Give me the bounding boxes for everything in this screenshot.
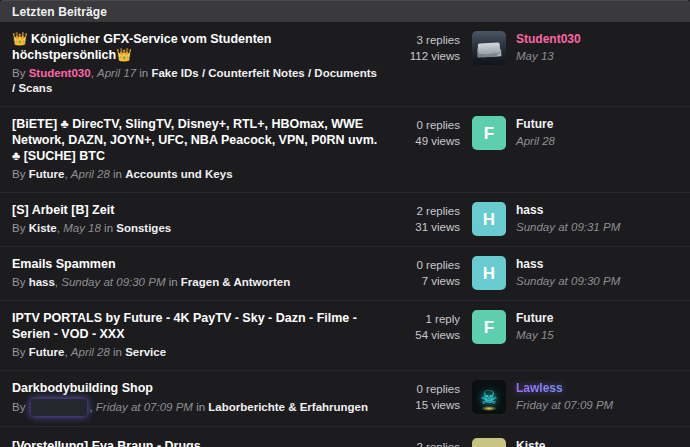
last-poster: H hass Sunday at 09:31 PM xyxy=(472,202,678,236)
last-post-date-link[interactable]: Sunday at 09:30 PM xyxy=(516,274,620,289)
post-stats: 1 reply 54 views xyxy=(388,310,460,343)
cash-photo-avatar[interactable] xyxy=(472,31,506,65)
last-post-date-link[interactable]: May 15 xyxy=(516,328,554,343)
post-main: IPTV PORTALS by Future - 4K PayTV - Sky … xyxy=(12,310,388,360)
post-row: 👑 Königlicher GFX-Service vom Studenten … xyxy=(0,22,690,107)
post-title-link[interactable]: [Vorstellung] Eva Braun - Drugs xyxy=(12,438,378,447)
avatar[interactable]: H xyxy=(472,256,506,290)
last-poster: K Kiste Thursday at 12:22 AM xyxy=(472,438,678,447)
last-poster-name-link[interactable]: Future xyxy=(516,117,555,132)
byline-date-link[interactable]: April 17 xyxy=(97,67,136,79)
last-poster-name-link[interactable]: hass xyxy=(516,203,620,218)
widget-header: Letzten Beiträge xyxy=(0,0,690,22)
latest-posts-widget: Letzten Beiträge 👑 Königlicher GFX-Servi… xyxy=(0,0,690,447)
replies-count: 3 replies xyxy=(388,32,460,48)
last-poster-text: Kiste Thursday at 12:22 AM xyxy=(516,438,629,447)
last-poster-name-link[interactable]: Student030 xyxy=(516,32,581,47)
byline-in-label: in xyxy=(169,276,178,288)
byline-forum-link[interactable]: Fragen & Antworten xyxy=(181,276,290,288)
post-title-link[interactable]: Darkbodybuilding Shop xyxy=(12,380,378,396)
last-poster: Lawless Friday at 07:09 PM xyxy=(472,380,678,414)
byline-author-link[interactable]: hass xyxy=(29,276,55,288)
last-poster-text: hass Sunday at 09:30 PM xyxy=(516,256,620,289)
last-poster-text: Future April 28 xyxy=(516,116,555,149)
byline-forum-link[interactable]: Service xyxy=(125,346,166,358)
post-stats: 0 replies 15 views xyxy=(388,380,460,413)
post-row: IPTV PORTALS by Future - 4K PayTV - Sky … xyxy=(0,301,690,371)
post-row: Emails Spammen By hass, Sunday at 09:30 … xyxy=(0,247,690,301)
byline-author-link[interactable]: Student030 xyxy=(29,67,91,79)
views-count: 112 views xyxy=(388,48,460,64)
byline-author-link[interactable]: Kiste xyxy=(29,222,57,234)
post-stats: 0 replies 49 views xyxy=(388,116,460,149)
post-main: [Vorstellung] Eva Braun - Drugs By EvaBr… xyxy=(12,438,388,447)
post-row: Darkbodybuilding Shop By Lawless, Friday… xyxy=(0,371,690,427)
avatar[interactable]: F xyxy=(472,116,506,150)
byline-by-label: By xyxy=(12,346,25,358)
replies-count: 1 reply xyxy=(388,311,460,327)
last-poster-name-link[interactable]: Kiste xyxy=(516,439,629,447)
post-title-link[interactable]: 👑 Königlicher GFX-Service vom Studenten … xyxy=(12,31,378,63)
byline-forum-link[interactable]: Sonstiges xyxy=(116,222,171,234)
byline-by-label: By xyxy=(12,401,25,413)
byline-author-link[interactable]: Lawless xyxy=(31,399,88,416)
last-post-date-link[interactable]: May 13 xyxy=(516,49,581,64)
avatar-letter: H xyxy=(483,211,495,228)
last-post-date-link[interactable]: April 28 xyxy=(516,134,555,149)
last-poster-name-link[interactable]: hass xyxy=(516,257,620,272)
avatar[interactable]: K xyxy=(472,438,506,447)
byline-by-label: By xyxy=(12,222,25,234)
last-poster-text: Lawless Friday at 07:09 PM xyxy=(516,380,613,413)
byline-in-label: in xyxy=(104,222,113,234)
views-count: 54 views xyxy=(388,327,460,343)
avatar[interactable]: F xyxy=(472,310,506,344)
last-poster: F Future May 15 xyxy=(472,310,678,344)
byline-by-label: By xyxy=(12,67,25,79)
last-poster-name-link[interactable]: Future xyxy=(516,311,554,326)
post-stats: 2 replies 31 views xyxy=(388,202,460,235)
post-title-link[interactable]: [S] Arbeit [B] Zeit xyxy=(12,202,378,218)
replies-count: 0 replies xyxy=(388,117,460,133)
last-poster-text: Student030 May 13 xyxy=(516,31,581,64)
byline-date-link[interactable]: April 28 xyxy=(71,168,110,180)
skull-art-avatar[interactable] xyxy=(472,380,506,414)
byline-author-link[interactable]: Future xyxy=(29,168,65,180)
post-title-link[interactable]: [BiETE] ♣ DirecTV, SlingTV, Disney+, RTL… xyxy=(12,116,378,164)
post-main: Darkbodybuilding Shop By Lawless, Friday… xyxy=(12,380,388,416)
post-title-link[interactable]: IPTV PORTALS by Future - 4K PayTV - Sky … xyxy=(12,310,378,342)
replies-count: 2 replies xyxy=(388,203,460,219)
byline-author-link[interactable]: Future xyxy=(29,346,65,358)
post-byline: By Kiste, May 18 in Sonstiges xyxy=(12,221,378,236)
byline-forum-link[interactable]: Laborberichte & Erfahrungen xyxy=(208,401,368,413)
byline-by-label: By xyxy=(12,168,25,180)
last-poster: Student030 May 13 xyxy=(472,31,678,65)
byline-forum-link[interactable]: Accounts und Keys xyxy=(125,168,232,180)
post-main: 👑 Königlicher GFX-Service vom Studenten … xyxy=(12,31,388,96)
avatar-letter: F xyxy=(484,319,494,336)
post-stats: 3 replies 112 views xyxy=(388,31,460,64)
byline-date-link[interactable]: Friday at 07:09 PM xyxy=(96,401,193,413)
post-byline: By Future, April 28 in Accounts und Keys xyxy=(12,167,378,182)
post-main: [BiETE] ♣ DirecTV, SlingTV, Disney+, RTL… xyxy=(12,116,388,182)
avatar[interactable]: H xyxy=(472,202,506,236)
last-post-date-link[interactable]: Friday at 07:09 PM xyxy=(516,398,613,413)
byline-date-link[interactable]: April 28 xyxy=(71,346,110,358)
byline-in-label: in xyxy=(113,168,122,180)
post-byline: By Student030, April 17 in Fake IDs / Co… xyxy=(12,66,378,96)
byline-date-link[interactable]: May 18 xyxy=(63,222,101,234)
last-poster-text: hass Sunday at 09:31 PM xyxy=(516,202,620,235)
post-main: [S] Arbeit [B] Zeit By Kiste, May 18 in … xyxy=(12,202,388,236)
post-byline: By hass, Sunday at 09:30 PM in Fragen & … xyxy=(12,275,378,290)
post-row: [Vorstellung] Eva Braun - Drugs By EvaBr… xyxy=(0,427,690,447)
last-poster: F Future April 28 xyxy=(472,116,678,150)
post-byline: By Lawless, Friday at 07:09 PM in Laborb… xyxy=(12,399,378,416)
byline-in-label: in xyxy=(113,346,122,358)
post-title-link[interactable]: Emails Spammen xyxy=(12,256,378,272)
byline-date-link[interactable]: Sunday at 09:30 PM xyxy=(61,276,165,288)
last-post-date-link[interactable]: Sunday at 09:31 PM xyxy=(516,220,620,235)
widget-title: Letzten Beiträge xyxy=(12,5,107,19)
avatar-letter: H xyxy=(483,265,495,282)
views-count: 49 views xyxy=(388,133,460,149)
last-poster-name-link[interactable]: Lawless xyxy=(516,381,613,396)
avatar-letter: F xyxy=(484,125,494,142)
